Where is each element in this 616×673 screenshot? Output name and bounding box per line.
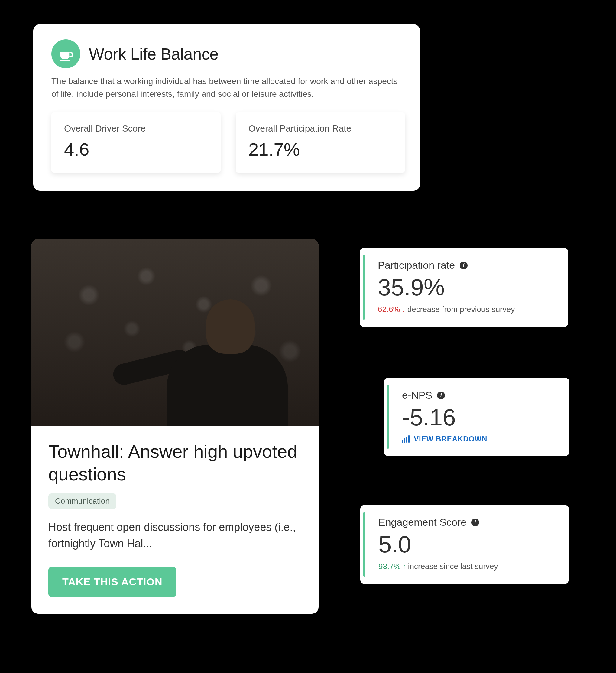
- delta-percent: 62.6%: [378, 305, 400, 314]
- stat-header: e-NPS i: [402, 389, 555, 401]
- action-tag[interactable]: Communication: [48, 493, 116, 509]
- participation-stat-value: 35.9%: [378, 274, 554, 301]
- participation-rate-value: 21.7%: [249, 139, 392, 160]
- participation-delta: 62.6% ↓ decrease from previous survey: [378, 305, 554, 314]
- work-life-balance-card: Work Life Balance The balance that a wor…: [33, 24, 420, 191]
- wlb-header: Work Life Balance: [51, 39, 402, 68]
- stat-header: Engagement Score i: [378, 516, 554, 528]
- arrow-up-icon: ↑: [403, 563, 406, 571]
- wlb-description: The balance that a working individual ha…: [51, 75, 402, 100]
- delta-text: increase since last survey: [408, 562, 498, 571]
- info-icon[interactable]: i: [460, 261, 468, 269]
- take-action-button[interactable]: TAKE THIS ACTION: [48, 567, 176, 597]
- engagement-stat-card: Engagement Score i 5.0 93.7% ↑ increase …: [360, 505, 569, 584]
- enps-stat-value: -5.16: [402, 404, 555, 431]
- info-icon[interactable]: i: [471, 518, 479, 526]
- delta-text: decrease from previous survey: [407, 305, 515, 314]
- participation-stat-card: Participation rate i 35.9% 62.6% ↓ decre…: [360, 248, 568, 327]
- engagement-delta: 93.7% ↑ increase since last survey: [378, 562, 554, 571]
- card-accent: [363, 512, 365, 577]
- action-description: Host frequent open discussions for emplo…: [48, 519, 302, 552]
- townhall-action-card: Townhall: Answer high upvoted questions …: [31, 239, 319, 614]
- wlb-title: Work Life Balance: [89, 44, 219, 63]
- card-accent: [387, 385, 389, 449]
- wlb-metrics-row: Overall Driver Score 4.6 Overall Partici…: [51, 113, 402, 173]
- participation-rate-card: Overall Participation Rate 21.7%: [236, 113, 405, 173]
- driver-score-label: Overall Driver Score: [64, 124, 208, 134]
- info-icon[interactable]: i: [437, 392, 445, 399]
- card-accent: [363, 255, 365, 319]
- view-breakdown-label: VIEW BREAKDOWN: [414, 435, 487, 443]
- bars-icon: [402, 435, 409, 443]
- participation-stat-title: Participation rate: [378, 259, 455, 271]
- engagement-stat-title: Engagement Score: [378, 516, 467, 528]
- delta-percent: 93.7%: [378, 562, 401, 571]
- enps-stat-card: e-NPS i -5.16 VIEW BREAKDOWN: [384, 378, 570, 456]
- driver-score-card: Overall Driver Score 4.6: [51, 113, 221, 173]
- coffee-cup-icon: [51, 39, 80, 68]
- enps-stat-title: e-NPS: [402, 389, 432, 401]
- svg-rect-0: [60, 60, 70, 61]
- view-breakdown-link[interactable]: VIEW BREAKDOWN: [402, 435, 555, 443]
- arrow-down-icon: ↓: [402, 305, 406, 314]
- participation-rate-label: Overall Participation Rate: [249, 124, 392, 134]
- action-title: Townhall: Answer high upvoted questions: [48, 440, 302, 485]
- stat-header: Participation rate i: [378, 259, 554, 271]
- action-card-body: Townhall: Answer high upvoted questions …: [31, 426, 319, 597]
- driver-score-value: 4.6: [64, 139, 208, 160]
- speaker-illustration: [161, 281, 288, 426]
- engagement-stat-value: 5.0: [378, 530, 554, 558]
- action-card-image: [31, 239, 319, 426]
